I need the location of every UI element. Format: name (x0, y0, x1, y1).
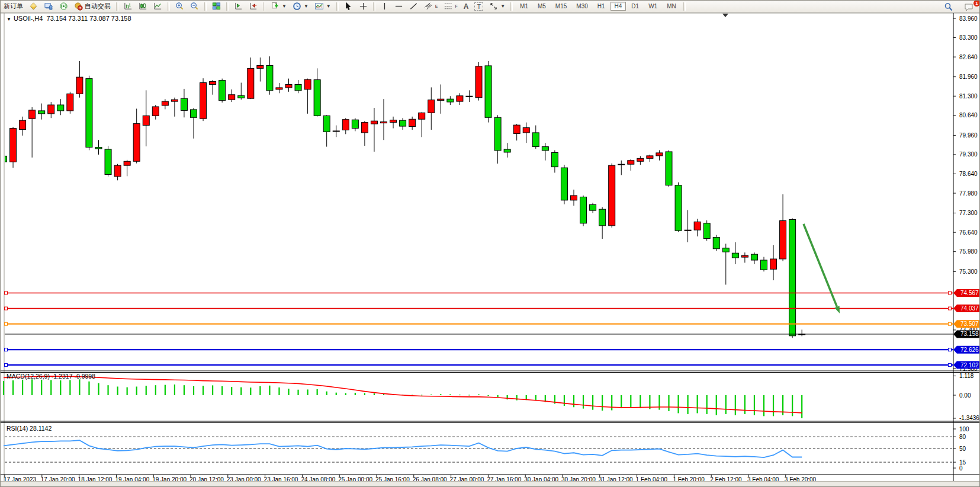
autotrade-button[interactable]: 自动交易 (71, 1, 114, 12)
template-icon (314, 2, 324, 11)
macd-histogram-bar (288, 389, 289, 395)
candle (266, 65, 273, 90)
macd-histogram-bar (155, 385, 156, 395)
arrows-tool-button[interactable]: ▼ (486, 1, 508, 12)
candle (666, 152, 672, 185)
chart-area[interactable]: ▼USOil-,H4 73.154 73.311 73.087 73.158 8… (1, 12, 980, 487)
zoom-in-button[interactable] (172, 1, 187, 12)
auto-scroll-button[interactable] (231, 1, 246, 12)
timeframe-h4-button[interactable]: H4 (611, 2, 626, 11)
fibonacci-tool-button[interactable]: F (441, 1, 460, 12)
candle (219, 81, 226, 101)
macd-histogram-bar (735, 395, 736, 415)
candle (618, 164, 625, 165)
channel-tool-button[interactable]: E (421, 1, 441, 12)
line-handle[interactable] (5, 307, 8, 310)
macd-histogram-bar (31, 379, 33, 395)
price-tick-label: 77.300 (959, 210, 978, 216)
chart-shift-button[interactable] (246, 1, 261, 12)
price-tick-label: 79.300 (959, 151, 978, 158)
line-handle[interactable] (949, 307, 952, 310)
macd-histogram-bar (621, 395, 622, 408)
trend-arrow-head[interactable] (834, 306, 840, 313)
toolbar-separator (510, 2, 513, 11)
macd-histogram-bar (478, 395, 479, 395)
candle (361, 123, 368, 133)
zoom-out-button[interactable] (187, 1, 202, 12)
fibo-letter: F (455, 4, 457, 8)
diamond-icon (29, 2, 38, 11)
candle (285, 85, 292, 88)
line-handle[interactable] (5, 364, 8, 367)
price-tick-label: 83.960 (959, 15, 978, 22)
line-handle[interactable] (5, 348, 8, 351)
line-chart-type-button[interactable] (150, 1, 165, 12)
crosshair-tool-button[interactable] (356, 1, 371, 12)
candle (295, 85, 301, 91)
toolbar-separator (683, 2, 686, 11)
trendline-tool-button[interactable] (406, 1, 421, 12)
timeframe-mn-button[interactable]: MN (663, 2, 680, 11)
bar-chart-icon (124, 2, 133, 11)
line-price-label-text: 72.626 (960, 347, 979, 353)
macd-histogram-bar (640, 395, 641, 408)
text-label-tool-button[interactable]: T (471, 1, 486, 12)
line-handle[interactable] (949, 364, 952, 367)
cursor-tool-button[interactable] (341, 1, 356, 12)
candle (143, 116, 149, 125)
text-tool-button[interactable]: A (461, 1, 472, 12)
timeframe-w1-button[interactable]: W1 (644, 2, 661, 11)
macd-axis-label: 1.118 (959, 373, 974, 379)
candlestick-chart-type-button[interactable] (136, 1, 150, 12)
candle (732, 253, 738, 258)
chart-profile-button[interactable] (26, 1, 41, 12)
line-handle[interactable] (5, 291, 8, 294)
toolbar-separator (116, 2, 118, 11)
candle (409, 119, 416, 126)
chart-title-caret-icon: ▼ (7, 17, 11, 22)
template-button[interactable]: ▼ (311, 1, 334, 12)
line-handle[interactable] (949, 291, 952, 294)
timeframe-m30-button[interactable]: M30 (572, 2, 592, 11)
notifications-button[interactable]: 1 (961, 1, 977, 12)
candle (124, 161, 130, 165)
macd-axis-label: -1.3436 (959, 415, 979, 421)
candle (314, 80, 320, 116)
horizontal-line-tool-button[interactable] (391, 1, 406, 12)
candle (352, 120, 358, 128)
candle (152, 107, 159, 116)
candle (551, 152, 558, 166)
period-button[interactable]: ▼ (290, 1, 311, 12)
vertical-line-tool-button[interactable] (378, 1, 391, 12)
bid-price-label-text: 73.158 (960, 331, 979, 337)
arrows-icon (489, 2, 498, 11)
add-indicator-button[interactable]: ▼ (268, 1, 290, 12)
macd-histogram-bar (278, 387, 279, 395)
toolbar-separator (336, 2, 339, 11)
timeframe-m1-button[interactable]: M1 (516, 2, 532, 11)
terminal-button[interactable] (41, 1, 56, 12)
clock-icon (293, 2, 301, 11)
zoom-out-icon (190, 2, 199, 11)
search-button[interactable] (941, 1, 956, 12)
terminal-icon (44, 2, 53, 11)
timeframe-h1-button[interactable]: H1 (593, 2, 609, 11)
line-handle[interactable] (949, 322, 952, 325)
candle (381, 122, 387, 123)
tile-windows-button[interactable] (209, 1, 224, 12)
price-tick-label: 77.980 (959, 190, 978, 197)
line-handle[interactable] (949, 348, 952, 351)
bar-chart-type-button[interactable] (121, 1, 136, 12)
chart-canvas[interactable]: 83.96083.30082.64081.96081.30080.64079.9… (1, 12, 980, 487)
timeframe-m15-button[interactable]: M15 (551, 2, 571, 11)
line-handle[interactable] (5, 322, 8, 325)
timeframe-d1-button[interactable]: D1 (627, 2, 643, 11)
signal-button[interactable] (56, 1, 71, 12)
candle (428, 100, 435, 113)
trend-arrow[interactable] (804, 224, 837, 307)
new-order-button[interactable]: 新订单 (1, 1, 26, 12)
chevron-down-icon: ▼ (304, 4, 309, 9)
timeframe-m5-button[interactable]: M5 (534, 2, 550, 11)
candle (333, 131, 339, 132)
macd-histogram-bar (203, 386, 204, 395)
